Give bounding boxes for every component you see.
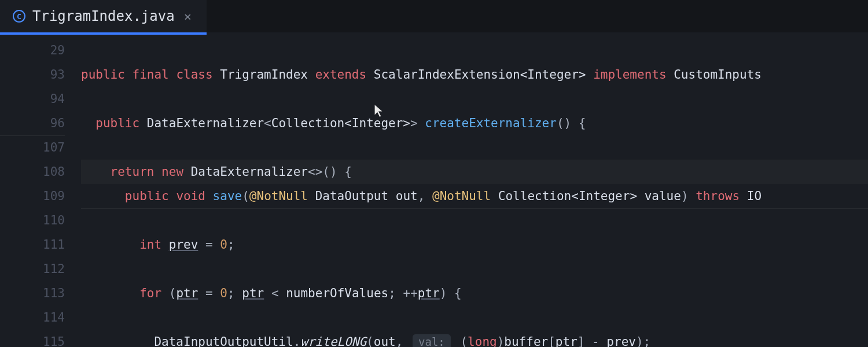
tab-filename: TrigramIndex.java [32,8,175,24]
parameter-hint: val: [413,334,451,347]
code-content[interactable]: public final class TrigramIndex extends … [81,38,868,347]
tab-bar: C TrigramIndex.java × [0,0,868,32]
code-area[interactable]: 29 93 94 96 107 108 109 110 111 112 113 … [0,32,868,347]
file-tab[interactable]: C TrigramIndex.java × [0,0,207,32]
java-class-icon: C [13,10,25,23]
line-gutter: 29 93 94 96 107 108 109 110 111 112 113 … [0,38,81,347]
close-icon[interactable]: × [182,9,194,24]
editor-root: C TrigramIndex.java × 29 93 94 96 107 10… [0,0,868,347]
